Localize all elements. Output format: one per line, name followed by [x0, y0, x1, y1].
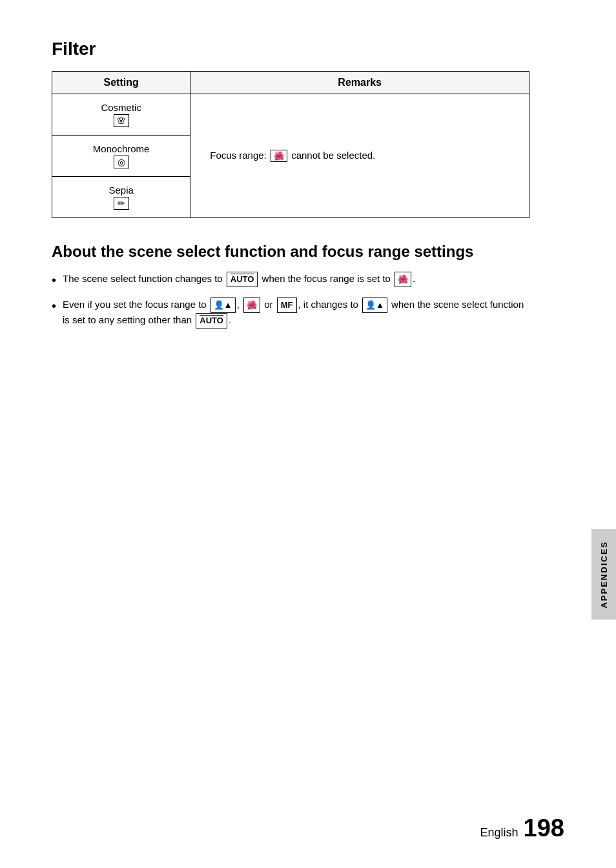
table-cell-setting-sepia: Sepia ✏: [52, 177, 190, 218]
filter-table: Setting Remarks Cosmetic 🌸︎ Focus range:…: [52, 71, 529, 218]
list-item: • Even if you set the focus range to 👤▲,…: [52, 298, 529, 328]
table-cell-remarks-cosmetic: Focus range: 🌺 cannot be selected.: [190, 94, 529, 218]
portrait-icon: 👤▲: [210, 298, 236, 313]
table-cell-setting-cosmetic: Cosmetic 🌸︎: [52, 94, 190, 136]
macro-icon-2: 🌺: [243, 298, 260, 313]
bullet-dot-1: •: [52, 270, 56, 290]
sepia-icon: ✏: [114, 197, 129, 210]
page-number-label: English: [480, 826, 518, 840]
setting-name-monochrome: Monochrome: [64, 143, 178, 154]
macro-icon-1: 🌺: [395, 272, 411, 287]
cosmetic-icon: 🌸︎: [114, 114, 129, 127]
filter-section-title: Filter: [52, 39, 529, 59]
macro-icon-remarks: 🌺: [271, 150, 287, 162]
table-header-setting: Setting: [52, 72, 190, 94]
table-cell-setting-monochrome: Monochrome ◎: [52, 136, 190, 177]
appendices-label: APPENDICES: [599, 541, 609, 609]
auto-icon-2: AUTO: [196, 313, 227, 328]
bullet-dot-2: •: [52, 296, 56, 316]
setting-name-sepia: Sepia: [64, 185, 178, 196]
or-text: or: [264, 299, 272, 310]
monochrome-icon: ◎: [114, 156, 129, 168]
list-item: • The scene select function changes to A…: [52, 272, 529, 290]
appendices-sidebar: APPENDICES: [591, 529, 616, 620]
table-header-remarks: Remarks: [190, 72, 529, 94]
page-number-value: 198: [524, 814, 564, 842]
portrait-auto-icon: 👤▲: [362, 298, 387, 313]
mf-icon: MF: [277, 298, 297, 313]
bullet-text-1: The scene select function changes to AUT…: [63, 272, 529, 287]
about-section-title: About the scene select function and focu…: [52, 241, 529, 261]
page-number-row: English 198: [480, 814, 564, 842]
table-row: Cosmetic 🌸︎ Focus range: 🌺 cannot be sel…: [52, 94, 529, 136]
bullet-list: • The scene select function changes to A…: [52, 272, 529, 328]
setting-name-cosmetic: Cosmetic: [64, 102, 178, 113]
auto-icon-1: AUTO: [227, 272, 258, 287]
bullet-text-2: Even if you set the focus range to 👤▲, 🌺…: [63, 298, 529, 328]
